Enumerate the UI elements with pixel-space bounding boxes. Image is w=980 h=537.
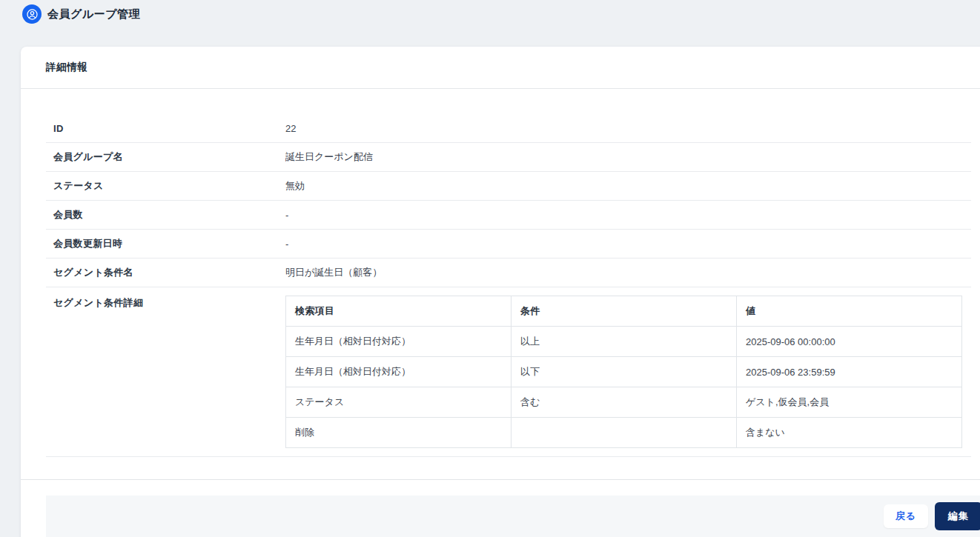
table-header-row: 検索項目 条件 値	[286, 296, 962, 327]
table-cell: 2025-09-06 23:59:59	[737, 357, 962, 387]
edit-button[interactable]: 編集	[935, 502, 980, 530]
page-title: 会員グループ管理	[47, 4, 140, 24]
card-header: 詳細情報	[21, 47, 980, 89]
detail-card: 詳細情報 ID 22 会員グループ名 誕生日クーポン配信 ステータス 無効 会員…	[21, 47, 980, 537]
table-row: 生年月日（相対日付対応） 以上 2025-09-06 00:00:00	[286, 327, 962, 357]
table-cell: 削除	[286, 418, 511, 448]
table-header-search-item: 検索項目	[286, 296, 511, 327]
card-header-title: 詳細情報	[46, 61, 87, 74]
table-row: ステータス 含む ゲスト,仮会員,会員	[286, 387, 962, 418]
table-cell	[511, 418, 737, 448]
table-cell: 含む	[511, 387, 737, 418]
field-row-group-name: 会員グループ名 誕生日クーポン配信	[46, 143, 971, 172]
field-value: 誕生日クーポン配信	[285, 150, 373, 164]
field-label: 会員グループ名	[46, 150, 285, 164]
field-label: 会員数	[46, 208, 285, 221]
field-row-member-count-updated: 会員数更新日時 -	[46, 230, 971, 259]
member-group-app-icon	[22, 4, 42, 24]
table-row: 生年月日（相対日付対応） 以下 2025-09-06 23:59:59	[286, 357, 962, 387]
field-value: -	[285, 239, 288, 250]
table-cell: ステータス	[286, 387, 511, 418]
card-footer: 戻る 編集	[21, 479, 980, 537]
table-cell: 含まない	[737, 418, 962, 448]
table-header-value: 値	[737, 296, 962, 327]
field-label: セグメント条件名	[46, 266, 285, 279]
table-row: 削除 含まない	[286, 418, 962, 448]
actions-bar: 戻る 編集	[46, 496, 980, 537]
field-row-segment-name: セグメント条件名 明日が誕生日（顧客）	[46, 259, 971, 287]
field-row-id: ID 22	[46, 114, 971, 143]
field-row-segment-detail: セグメント条件詳細 検索項目 条件 値 生年月日（相対日付対応） 以上	[46, 287, 971, 457]
table-cell: 生年月日（相対日付対応）	[286, 327, 511, 357]
field-label: セグメント条件詳細	[46, 287, 285, 310]
segment-detail-value: 検索項目 条件 値 生年月日（相対日付対応） 以上 2025-09-06 00:…	[285, 287, 962, 456]
field-row-status: ステータス 無効	[46, 172, 971, 201]
field-value: -	[285, 210, 288, 221]
user-circle-icon	[26, 8, 39, 21]
field-value: 22	[285, 123, 296, 134]
table-cell: ゲスト,仮会員,会員	[737, 387, 962, 418]
table-cell: 以上	[511, 327, 737, 357]
table-header-condition: 条件	[511, 296, 737, 327]
field-label: 会員数更新日時	[46, 237, 285, 250]
table-cell: 生年月日（相対日付対応）	[286, 357, 511, 387]
back-button[interactable]: 戻る	[884, 504, 928, 528]
field-value: 無効	[285, 179, 305, 193]
table-cell: 以下	[511, 357, 737, 387]
field-row-member-count: 会員数 -	[46, 201, 971, 230]
table-cell: 2025-09-06 00:00:00	[737, 327, 962, 357]
page-header: 会員グループ管理	[0, 0, 980, 47]
card-body: ID 22 会員グループ名 誕生日クーポン配信 ステータス 無効 会員数 - 会…	[21, 89, 980, 479]
field-label: ステータス	[46, 179, 285, 193]
field-label: ID	[46, 123, 285, 134]
segment-condition-table: 検索項目 条件 値 生年月日（相対日付対応） 以上 2025-09-06 00:…	[285, 296, 962, 448]
field-value: 明日が誕生日（顧客）	[285, 266, 382, 279]
